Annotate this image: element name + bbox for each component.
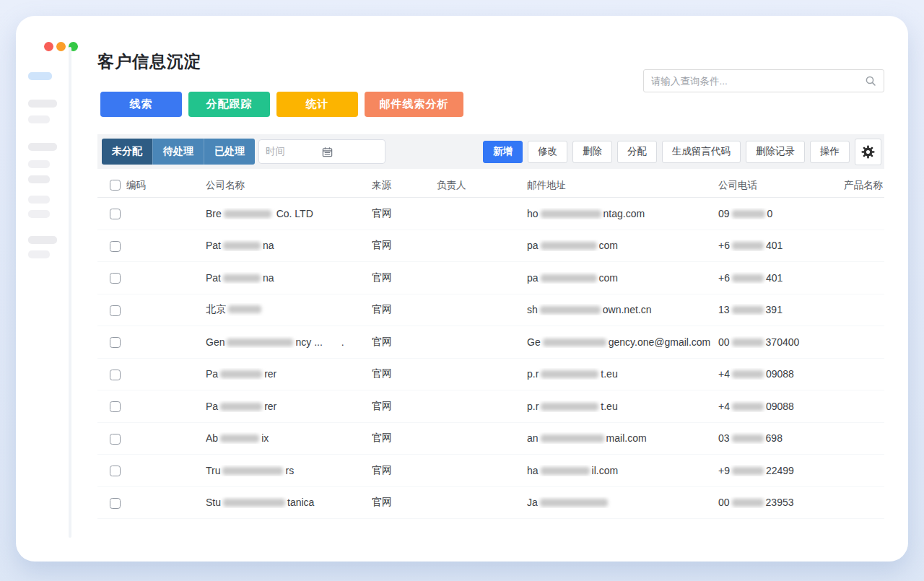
search-input[interactable] <box>651 76 865 87</box>
delete-button[interactable]: 删除 <box>572 141 612 163</box>
cell-source: 官网 <box>372 336 437 349</box>
main-content: 客户信息沉淀 线索 分配跟踪 统计 邮件线索分析 未分配 待处理 已处理 <box>97 16 884 562</box>
delete-record-button[interactable]: 删除记录 <box>746 141 805 163</box>
select-all-checkbox[interactable] <box>110 180 121 191</box>
settings-button[interactable] <box>855 139 881 165</box>
cell-email: shown.net.cn <box>520 304 711 315</box>
row-checkbox[interactable] <box>110 209 121 219</box>
cell-phone: 03698 <box>711 432 834 444</box>
cell-source: 官网 <box>372 239 437 252</box>
row-checkbox[interactable] <box>110 305 121 316</box>
generate-message-code-button[interactable]: 生成留言代码 <box>662 141 741 163</box>
cell-company: Parer <box>206 401 372 412</box>
cell-phone: +922499 <box>711 465 834 476</box>
minimize-window-icon[interactable] <box>56 42 66 51</box>
cell-phone: +6401 <box>711 272 834 284</box>
cell-email: hontag.com <box>520 208 711 219</box>
sidebar-item[interactable] <box>28 210 50 218</box>
sidebar-item[interactable] <box>28 196 50 204</box>
cell-phone: 090 <box>711 208 834 219</box>
add-button[interactable]: 新增 <box>483 141 523 163</box>
cell-phone: +409088 <box>711 368 834 380</box>
status-tabs: 未分配 待处理 已处理 <box>102 139 255 165</box>
cell-company: Bre Co. LTD <box>206 208 372 219</box>
cell-company: Patna <box>206 240 372 251</box>
row-checkbox[interactable] <box>110 498 121 509</box>
cell-company: Parer <box>206 368 372 380</box>
sidebar-item[interactable] <box>28 115 50 123</box>
cell-email: p.rt.eu <box>520 401 711 412</box>
assign-button[interactable]: 分配 <box>617 141 657 163</box>
nav-buttons: 线索 分配跟踪 统计 邮件线索分析 <box>100 92 463 117</box>
filter-toolbar: 未分配 待处理 已处理 时间 新增 <box>97 134 884 169</box>
cell-phone: 00370400 <box>711 336 834 348</box>
cell-phone: +6401 <box>711 240 834 251</box>
sidebar-item[interactable] <box>28 250 50 258</box>
sidebar-item[interactable] <box>28 100 57 108</box>
sidebar-item-active[interactable] <box>28 72 52 80</box>
col-header-product: 产品名称 <box>834 179 884 192</box>
row-checkbox[interactable] <box>110 273 121 284</box>
col-header-phone: 公司电话 <box>711 179 834 192</box>
calendar-icon[interactable] <box>322 147 378 157</box>
tab-processed[interactable]: 已处理 <box>204 139 255 165</box>
cell-company: Abix <box>206 432 372 444</box>
table-row: Parer 官网 p.rt.eu +409088 <box>97 359 884 391</box>
sidebar-item[interactable] <box>28 175 50 183</box>
sidebar-item[interactable] <box>28 143 57 151</box>
leads-button[interactable]: 线索 <box>100 92 182 117</box>
cell-email: pacom <box>520 240 711 251</box>
table-row: 北京 官网 shown.net.cn 13391 <box>97 294 884 327</box>
table-header-row: 编码 公司名称 来源 负责人 邮件地址 公司电话 产品名称 <box>97 173 884 198</box>
cell-email: hail.com <box>520 465 711 476</box>
cell-source: 官网 <box>372 464 437 477</box>
cell-source: 官网 <box>372 303 437 316</box>
close-window-icon[interactable] <box>44 42 53 51</box>
cell-phone: +409088 <box>711 401 834 412</box>
cell-company: 北京 <box>206 303 372 316</box>
col-header-company: 公司名称 <box>206 179 372 192</box>
col-header-code: 编码 <box>126 179 206 192</box>
edit-button[interactable]: 修改 <box>528 141 567 163</box>
cell-source: 官网 <box>372 496 437 509</box>
table-row: Trurs 官网 hail.com +922499 <box>97 455 884 487</box>
col-header-source: 来源 <box>372 179 437 192</box>
table-row: Bre Co. LTD 官网 hontag.com 090 <box>97 198 884 230</box>
email-lead-analysis-button[interactable]: 邮件线索分析 <box>365 92 463 117</box>
row-checkbox[interactable] <box>110 401 121 412</box>
cell-company: Patna <box>206 272 372 284</box>
cell-email: pacom <box>520 272 711 284</box>
table-row: Abix 官网 anmail.com 03698 <box>97 423 884 455</box>
cell-email: anmail.com <box>520 432 711 444</box>
sidebar-divider <box>69 47 71 538</box>
action-buttons: 新增 修改 删除 分配 生成留言代码 删除记录 操作 <box>483 139 881 165</box>
cell-phone: 0023953 <box>711 497 834 508</box>
date-filter-input[interactable]: 时间 <box>258 139 385 164</box>
browser-window: 客户信息沉淀 线索 分配跟踪 统计 邮件线索分析 未分配 待处理 已处理 <box>16 16 908 562</box>
tab-pending[interactable]: 待处理 <box>152 139 204 165</box>
col-header-email: 邮件地址 <box>520 179 711 192</box>
row-checkbox[interactable] <box>110 466 121 476</box>
assign-track-button[interactable]: 分配跟踪 <box>188 92 270 117</box>
sidebar-item[interactable] <box>28 236 57 244</box>
search-icon[interactable] <box>865 75 876 87</box>
row-checkbox[interactable] <box>110 370 121 380</box>
tab-unassigned[interactable]: 未分配 <box>102 139 152 165</box>
statistics-button[interactable]: 统计 <box>276 92 358 117</box>
cell-company: Stutanica <box>206 497 372 508</box>
cell-source: 官网 <box>372 432 437 445</box>
sidebar-item[interactable] <box>28 160 50 168</box>
table-row: Patna 官网 pacom +6401 <box>97 230 884 263</box>
operations-button[interactable]: 操作 <box>810 141 850 163</box>
table-row: Parer 官网 p.rt.eu +409088 <box>97 390 884 423</box>
cell-phone: 13391 <box>711 304 834 315</box>
cell-email: Ja <box>520 497 711 508</box>
table-row: Genncy .... 官网 Gegency.one@gmail.com 003… <box>97 326 884 359</box>
row-checkbox[interactable] <box>110 241 121 252</box>
row-checkbox[interactable] <box>110 434 121 445</box>
cell-source: 官网 <box>372 367 437 380</box>
cell-email: p.rt.eu <box>520 368 711 380</box>
row-checkbox[interactable] <box>110 337 121 348</box>
cell-email: Gegency.one@gmail.com <box>520 336 711 348</box>
cell-source: 官网 <box>372 207 437 220</box>
